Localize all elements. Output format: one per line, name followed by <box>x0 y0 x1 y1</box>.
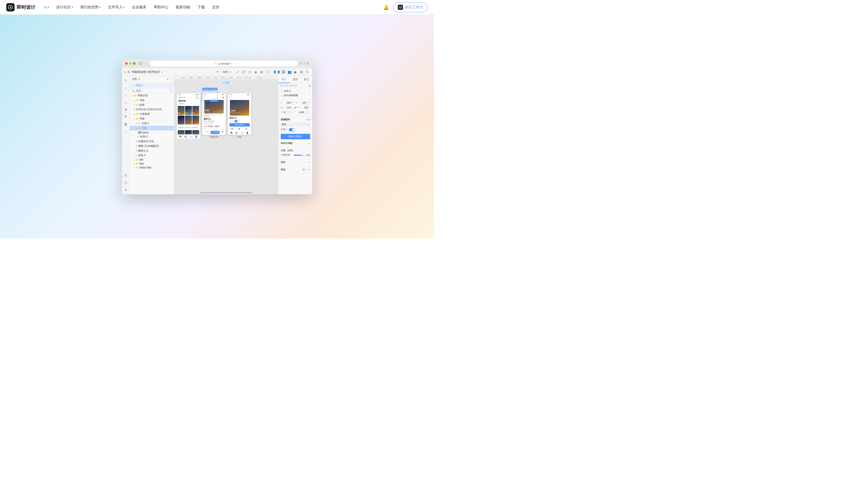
align-bottom-icon[interactable]: ⊟ <box>294 84 297 87</box>
tree-item-nav[interactable]: ▸ 📁 Nav <box>130 162 174 166</box>
add-stroke-icon[interactable]: + <box>308 168 310 171</box>
frame-tool-icon[interactable]: ⊡ <box>241 70 246 75</box>
stroke-settings-icon[interactable]: ⊠ <box>303 168 305 171</box>
tab-prototype[interactable]: 原型 <box>290 76 301 83</box>
component-select[interactable]: 整页 ▾ <box>281 123 310 127</box>
go-to-workspace-button[interactable]: 前往工作台 <box>393 2 428 12</box>
category-toggle[interactable] <box>289 128 295 131</box>
fill-icon[interactable]: ◈ <box>253 70 258 75</box>
image-tool-icon[interactable]: 🖼 <box>281 70 286 75</box>
text-tool-icon[interactable]: T <box>123 114 128 120</box>
forward-icon[interactable]: › <box>147 62 148 65</box>
back-icon[interactable]: ‹ <box>145 62 146 65</box>
x-value[interactable]: 5E¹⁰ <box>286 101 295 105</box>
nav-item-pricing[interactable]: 定价 <box>209 3 223 11</box>
opacity-value[interactable]: 100 <box>306 154 310 157</box>
tree-item-9[interactable]: □ 矩形 8 <box>130 134 174 139</box>
cursor-tool-icon[interactable]: ↖ <box>123 77 128 83</box>
center-canvas[interactable]: 800 900 1000 1100 1200 1300 1400 1150 16… <box>174 76 278 194</box>
close-traffic-light[interactable] <box>125 62 128 65</box>
phone-frame-detail[interactable]: 9:41 ●● ‹ ⬆ <box>202 93 226 135</box>
pen-tool-icon[interactable]: ◇ <box>247 70 252 75</box>
rect-tool-icon[interactable]: □ <box>123 129 128 134</box>
notification-bell-icon[interactable]: 🔔 <box>382 3 390 11</box>
tree-item-8[interactable]: 🖼 6.jpeg <box>130 131 174 134</box>
nav-item-features[interactable]: 最新功能 <box>173 3 193 11</box>
grid-icon[interactable]: ⊞ <box>299 70 304 75</box>
nav-item-enterprise[interactable]: 企业服务 <box>129 3 150 11</box>
nav-item-advantage[interactable]: 我们的优势 ▾ <box>77 3 104 11</box>
phone-frame-reading[interactable]: 9:41 ●●● ‹ FIRE WRECKS A TON 森 <box>228 93 251 135</box>
layers-icon[interactable]: ⊞ <box>127 70 130 74</box>
menu-icon[interactable]: ≡ <box>124 70 126 74</box>
canvas-scrollbar[interactable] <box>200 192 252 193</box>
detach-icon[interactable]: ⊠ <box>308 118 310 121</box>
tab-annotation[interactable]: 标注 <box>301 76 312 83</box>
assets-icon[interactable]: 📋 <box>123 180 128 185</box>
share-icon[interactable]: ⬆ <box>300 62 302 65</box>
tree-item-6[interactable]: ▸ 📁 分组 3 <box>130 121 174 126</box>
add-page-icon[interactable]: + <box>166 77 168 81</box>
rotation-value[interactable]: ↺ 0 <box>281 110 293 114</box>
add-tab-icon[interactable]: + <box>303 62 305 65</box>
circle-tool-icon[interactable]: ○ <box>123 85 128 91</box>
reset-icon[interactable]: ↺ <box>305 118 307 121</box>
chevron-dropdown-icon[interactable]: ▾ <box>162 71 163 73</box>
tree-item-12[interactable]: T 森林之火 <box>130 148 174 153</box>
play-icon[interactable]: ▶ <box>293 70 298 75</box>
align-right-icon[interactable]: ⊟ <box>286 84 288 87</box>
tree-item-statusbar[interactable]: ▸ 📁 Status Bar <box>130 166 174 170</box>
tree-item-11[interactable]: T 德勒·凡尔纳撒(法) <box>130 144 174 148</box>
page-item-1[interactable]: 📄 页面 1 <box>130 83 174 88</box>
tree-item-1[interactable]: ▸ 📁 书友 <box>130 98 174 103</box>
component-icon[interactable]: ❋ <box>123 107 128 112</box>
triangle-tool-icon[interactable]: △ <box>123 99 128 105</box>
align-center-icon[interactable]: ⊟ <box>283 84 285 87</box>
people-icon[interactable]: 👥 <box>287 70 292 75</box>
tab-design[interactable]: 设计 <box>279 76 290 83</box>
refresh-icon[interactable]: ↻ <box>305 70 310 75</box>
corner-radius-icon[interactable]: ⌃ <box>294 111 297 114</box>
image-insert-icon[interactable]: 🖼 <box>123 121 128 127</box>
tree-item-0[interactable]: ▾ 📁 书籍介绍 <box>130 93 174 98</box>
grid-options-icon[interactable]: ⊞ <box>309 84 311 87</box>
nav-item-help[interactable]: 帮助中心 <box>151 3 172 11</box>
phone-frame-shelf[interactable]: 9:41 ●●● 品牌书架 🔍 我的书架 书籍消息 <box>177 93 200 135</box>
sun-brightness-icon[interactable]: ☀ <box>216 71 218 73</box>
format-icon[interactable]: ⊞ <box>259 70 264 75</box>
maximize-traffic-light[interactable] <box>133 62 135 65</box>
tree-item-7[interactable]: ▾ 📁 封面 <box>130 126 174 131</box>
filter-icon[interactable]: ☰ <box>170 89 172 92</box>
tree-item-4[interactable]: ▸ 📁 分类标签 <box>130 112 174 116</box>
tab-switcher-icon[interactable] <box>139 62 142 65</box>
checkbox-auto-icon[interactable]: ☐ <box>281 90 283 93</box>
tree-item-5[interactable]: ▾ 📁 书籍 <box>130 116 174 121</box>
link-icon[interactable]: 🔗 <box>294 106 297 109</box>
stroke-more-icon[interactable]: ··· <box>306 168 308 171</box>
export-icon[interactable]: ⬡ <box>265 70 270 75</box>
tree-item-13[interactable]: □ 矩形 4 <box>130 153 174 158</box>
nav-item-download[interactable]: 下载 <box>194 3 208 11</box>
bookmarks-icon[interactable]: ⧉ <box>307 62 309 65</box>
nav-item-ai[interactable]: Ai ▾ <box>41 4 52 11</box>
pen-draw-icon[interactable]: / <box>123 92 128 98</box>
tree-item-3[interactable]: T 故事叙述在美国南北战争时... <box>130 107 174 112</box>
chevron-auto-icon[interactable]: ▾ <box>309 90 310 93</box>
tree-item-2[interactable]: ▸ 📁 标签 <box>130 103 174 107</box>
y-value[interactable]: -35° <box>301 101 310 105</box>
collapse-panel-icon[interactable]: ⌃ <box>170 78 172 81</box>
align-left-icon[interactable]: ⊟ <box>280 84 282 87</box>
align-top-icon[interactable]: ⊟ <box>289 84 291 87</box>
tree-item-10[interactable]: T 长篇科幻小说 <box>130 139 174 144</box>
corner-value[interactable]: 4.88 <box>298 110 310 114</box>
w-value[interactable]: 112 <box>286 106 293 109</box>
history-icon[interactable]: ⊗ <box>123 187 128 193</box>
layer-search-input[interactable] <box>136 89 169 92</box>
add-fill-icon[interactable]: + <box>308 161 310 164</box>
add-responsive-icon[interactable]: + <box>308 142 310 145</box>
minus-icon[interactable]: − <box>220 71 222 73</box>
distribute-icon[interactable]: ⊟ <box>292 84 294 87</box>
h-value[interactable]: 162 <box>303 106 310 109</box>
nav-logo[interactable]: 即时设计 <box>6 3 35 11</box>
add-component-button[interactable]: 添加引用组件 <box>281 134 310 139</box>
